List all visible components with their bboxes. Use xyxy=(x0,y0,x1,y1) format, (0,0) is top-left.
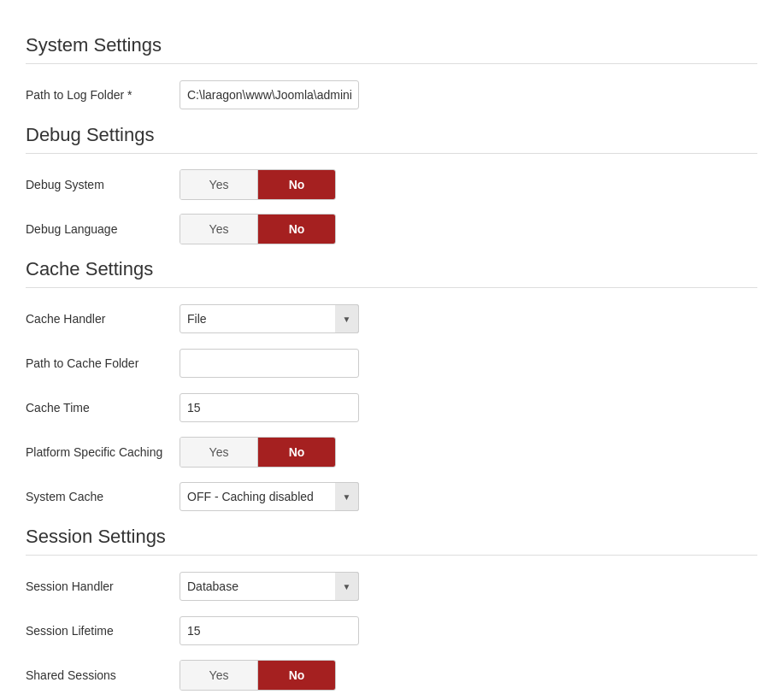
session-handler-group: Session Handler Database Filesystem Memc… xyxy=(26,571,757,602)
debug-system-label: Debug System xyxy=(26,178,180,191)
cache-handler-select[interactable]: File Memcache Redis xyxy=(180,304,359,333)
cache-handler-select-wrapper: File Memcache Redis ▼ xyxy=(180,304,359,333)
cache-settings-title: Cache Settings xyxy=(26,258,757,280)
shared-sessions-toggle: Yes No xyxy=(180,660,336,691)
session-lifetime-group: Session Lifetime xyxy=(26,615,757,646)
shared-sessions-label: Shared Sessions xyxy=(26,668,180,682)
system-cache-select-wrapper: OFF - Caching disabled Conservative cach… xyxy=(180,482,359,511)
debug-language-group: Debug Language Yes No xyxy=(26,214,757,244)
path-to-cache-folder-input[interactable] xyxy=(180,349,359,378)
cache-time-input[interactable] xyxy=(180,393,359,422)
session-handler-select[interactable]: Database Filesystem Memcache xyxy=(180,572,359,601)
debug-settings-divider xyxy=(26,153,757,154)
system-settings-title: System Settings xyxy=(26,34,757,56)
session-lifetime-input[interactable] xyxy=(180,616,359,645)
path-to-cache-folder-label: Path to Cache Folder xyxy=(26,356,180,370)
platform-specific-caching-group: Platform Specific Caching Yes No xyxy=(26,437,757,468)
debug-system-group: Debug System Yes No xyxy=(26,169,757,200)
debug-system-toggle: Yes No xyxy=(180,169,336,200)
debug-language-label: Debug Language xyxy=(26,222,180,236)
path-to-cache-folder-group: Path to Cache Folder xyxy=(26,348,757,379)
system-cache-group: System Cache OFF - Caching disabled Cons… xyxy=(26,481,757,512)
session-settings-divider xyxy=(26,555,757,556)
platform-specific-caching-label: Platform Specific Caching xyxy=(26,445,180,459)
debug-system-no-button[interactable]: No xyxy=(258,170,335,199)
shared-sessions-group: Shared Sessions Yes No xyxy=(26,660,757,691)
debug-settings-title: Debug Settings xyxy=(26,124,757,146)
system-settings-divider xyxy=(26,63,757,64)
cache-settings-divider xyxy=(26,287,757,288)
shared-sessions-yes-button[interactable]: Yes xyxy=(180,661,257,690)
system-cache-label: System Cache xyxy=(26,490,180,503)
cache-time-label: Cache Time xyxy=(26,401,180,415)
platform-specific-caching-toggle: Yes No xyxy=(180,437,336,468)
debug-language-no-button[interactable]: No xyxy=(258,215,335,244)
cache-time-group: Cache Time xyxy=(26,392,757,423)
debug-language-toggle: Yes No xyxy=(180,214,336,244)
session-handler-select-wrapper: Database Filesystem Memcache ▼ xyxy=(180,572,359,601)
path-to-log-folder-label: Path to Log Folder * xyxy=(26,88,180,102)
cache-handler-label: Cache Handler xyxy=(26,312,180,326)
session-handler-label: Session Handler xyxy=(26,579,180,593)
path-to-log-folder-group: Path to Log Folder * xyxy=(26,79,757,110)
platform-caching-yes-button[interactable]: Yes xyxy=(180,438,257,467)
cache-handler-group: Cache Handler File Memcache Redis ▼ xyxy=(26,303,757,334)
session-settings-title: Session Settings xyxy=(26,526,757,548)
path-to-log-folder-input[interactable] xyxy=(180,80,359,109)
debug-system-yes-button[interactable]: Yes xyxy=(180,170,257,199)
session-lifetime-label: Session Lifetime xyxy=(26,624,180,638)
platform-caching-no-button[interactable]: No xyxy=(258,438,335,467)
debug-language-yes-button[interactable]: Yes xyxy=(180,215,257,244)
shared-sessions-no-button[interactable]: No xyxy=(258,661,335,690)
system-cache-select[interactable]: OFF - Caching disabled Conservative cach… xyxy=(180,482,359,511)
